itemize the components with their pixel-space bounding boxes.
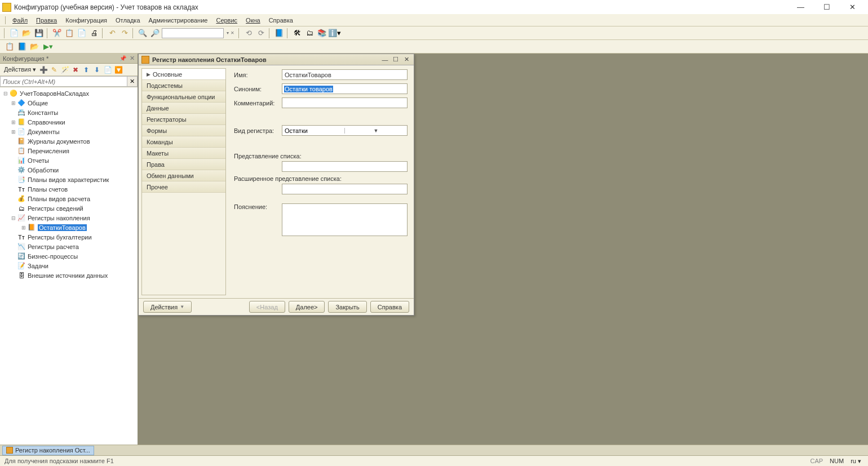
tb2-icon-2[interactable]: 📘 — [16, 41, 28, 52]
tab-rights[interactable]: Права — [142, 159, 225, 170]
panel-close-icon[interactable]: ✕ — [130, 55, 135, 62]
search-dropdown-icon[interactable]: ▾ ✕ — [225, 28, 236, 39]
name-input[interactable] — [282, 69, 408, 80]
filter-icon[interactable]: 🔽 — [113, 65, 123, 75]
status-lang[interactable]: ru ▾ — [848, 458, 863, 465]
config-search-input[interactable] — [0, 76, 127, 87]
tree-item[interactable]: 📋Перечисления — [0, 146, 138, 156]
tab-subsystems[interactable]: Подсистемы — [142, 80, 225, 91]
tb2-icon-3[interactable]: 📂 — [29, 41, 40, 52]
open-icon[interactable]: 📂 — [21, 28, 32, 39]
child-window-titlebar[interactable]: Регистр накопления ОстаткиТоваров — ☐ ✕ — [139, 54, 414, 65]
window-tab-register[interactable]: Регистр накопления Ост... — [2, 446, 94, 455]
syntax-icon[interactable]: 📘 — [273, 28, 285, 39]
synonym-input[interactable]: Остатки товаров — [282, 83, 408, 94]
tab-main[interactable]: ▶Основные — [142, 69, 225, 80]
tree-item[interactable]: 📇Константы — [0, 108, 138, 117]
sort-icon[interactable]: 📄 — [103, 65, 113, 75]
save-icon[interactable]: 💾 — [33, 28, 45, 39]
menu-edit[interactable]: Правка — [33, 16, 60, 25]
tree-item[interactable]: 📝Задачи — [0, 261, 138, 270]
back-button[interactable]: <Назад — [249, 301, 285, 313]
child-minimize-button[interactable]: — — [380, 56, 389, 64]
tree-item[interactable]: 📊Отчеты — [0, 156, 138, 165]
explanation-input[interactable] — [282, 203, 408, 236]
edit-icon[interactable]: ✎ — [49, 65, 59, 75]
tab-forms[interactable]: Формы — [142, 125, 225, 136]
tab-functional-options[interactable]: Функциональные опции — [142, 91, 225, 103]
actions-button[interactable]: Действия▼ — [143, 301, 192, 313]
tree-item[interactable]: ⊞📒Справочники — [0, 117, 138, 127]
undo-icon[interactable]: ↶ — [107, 28, 118, 39]
dropdown-icon[interactable]: ▼ — [344, 128, 407, 134]
config-actions-menu[interactable]: Действия ▾ — [2, 66, 38, 73]
menu-help[interactable]: Справка — [265, 16, 296, 25]
tb2-run-icon[interactable]: ▶▾ — [42, 41, 54, 52]
menu-windows[interactable]: Окна — [242, 16, 264, 25]
config-search-clear-icon[interactable]: ✕ — [127, 76, 138, 87]
tab-templates[interactable]: Макеты — [142, 148, 225, 159]
nav-fwd-icon[interactable]: ⟳ — [255, 28, 267, 39]
add-icon[interactable]: ➕ — [38, 65, 48, 75]
menu-file[interactable]: Файл — [9, 16, 31, 25]
tab-registrators[interactable]: Регистраторы — [142, 114, 225, 125]
reg-type-combo[interactable]: Остатки ▼ — [282, 125, 408, 136]
tab-exchange[interactable]: Обмен данными — [142, 170, 225, 181]
globe-icon: 🟡 — [9, 90, 18, 97]
debug-run-icon[interactable]: 🛠 — [291, 28, 303, 39]
config-tree[interactable]: ⊟ 🟡 УчетТоваровНаСкладах ⊞🔷Общие📇Констан… — [0, 87, 138, 445]
minimize-button[interactable]: — — [792, 2, 809, 12]
tree-item[interactable]: ⚙️Обработки — [0, 165, 138, 175]
tree-item[interactable]: 💰Планы видов расчета — [0, 194, 138, 203]
menu-service[interactable]: Сервис — [212, 16, 241, 25]
tree-item[interactable]: ⊞🔷Общие — [0, 98, 138, 108]
tree-item[interactable]: ⊟📈Регистры накопления — [0, 213, 138, 223]
delete-icon[interactable]: ✖ — [70, 65, 81, 75]
paste-icon[interactable]: 📄 — [76, 28, 87, 39]
tree-root[interactable]: ⊟ 🟡 УчетТоваровНаСкладах — [0, 88, 138, 98]
new-icon[interactable]: 📄 — [8, 28, 20, 39]
help-button[interactable]: Справка — [370, 301, 409, 313]
menu-admin[interactable]: Администрирование — [145, 16, 211, 25]
close-button-dialog[interactable]: Закрыть — [328, 301, 366, 313]
find-icon[interactable]: 🔍 — [137, 28, 148, 39]
tree-item[interactable]: 📑Планы видов характеристик — [0, 175, 138, 184]
tree-item[interactable]: 📔Журналы документов — [0, 136, 138, 146]
tree-item[interactable]: 🗄Внешние источники данных — [0, 270, 138, 280]
copy-icon[interactable]: 📋 — [64, 28, 75, 39]
print-icon[interactable]: 🖨 — [88, 28, 100, 39]
comment-input[interactable] — [282, 97, 408, 108]
list-repr-input[interactable] — [282, 161, 408, 172]
menu-configuration[interactable]: Конфигурация — [62, 16, 110, 25]
tb2-icon-1[interactable]: 📋 — [4, 41, 15, 52]
tree-item[interactable]: 🔄Бизнес-процессы — [0, 251, 138, 261]
child-maximize-button[interactable]: ☐ — [391, 56, 400, 64]
ext-list-repr-input[interactable] — [282, 184, 408, 194]
wand-icon[interactable]: 🪄 — [60, 65, 70, 75]
nav-back-icon[interactable]: ⟲ — [243, 28, 254, 39]
find-next-icon[interactable]: 🔎 — [149, 28, 161, 39]
pin-icon[interactable]: 📌 — [119, 55, 126, 61]
tree-item[interactable]: 📉Регистры расчета — [0, 242, 138, 251]
tab-commands[interactable]: Команды — [142, 136, 225, 148]
next-button[interactable]: Далее> — [289, 301, 325, 313]
close-button[interactable]: ✕ — [845, 2, 860, 12]
debug-stop-icon[interactable]: 📚 — [316, 28, 327, 39]
child-close-button[interactable]: ✕ — [402, 56, 411, 64]
tree-item[interactable]: ⊞📄Документы — [0, 127, 138, 136]
cut-icon[interactable]: ✂️ — [51, 28, 63, 39]
toolbar-search-input[interactable] — [162, 28, 224, 38]
maximize-button[interactable]: ☐ — [819, 2, 835, 12]
debug-step-icon[interactable]: 🗂 — [304, 28, 315, 39]
tree-item[interactable]: ТтРегистры бухгалтерии — [0, 232, 138, 242]
move-down-icon[interactable]: ⬇ — [92, 65, 102, 75]
tab-other[interactable]: Прочее — [142, 181, 225, 193]
redo-icon[interactable]: ↷ — [119, 28, 130, 39]
tree-item[interactable]: ТтПланы счетов — [0, 184, 138, 194]
move-up-icon[interactable]: ⬆ — [81, 65, 91, 75]
menu-debug[interactable]: Отладка — [112, 16, 143, 25]
tree-item-child[interactable]: ⊞📙ОстаткиТоваров — [0, 223, 138, 232]
info-icon[interactable]: ℹ️▾ — [329, 28, 340, 39]
tab-data[interactable]: Данные — [142, 103, 225, 114]
tree-item[interactable]: 🗂Регистры сведений — [0, 203, 138, 213]
